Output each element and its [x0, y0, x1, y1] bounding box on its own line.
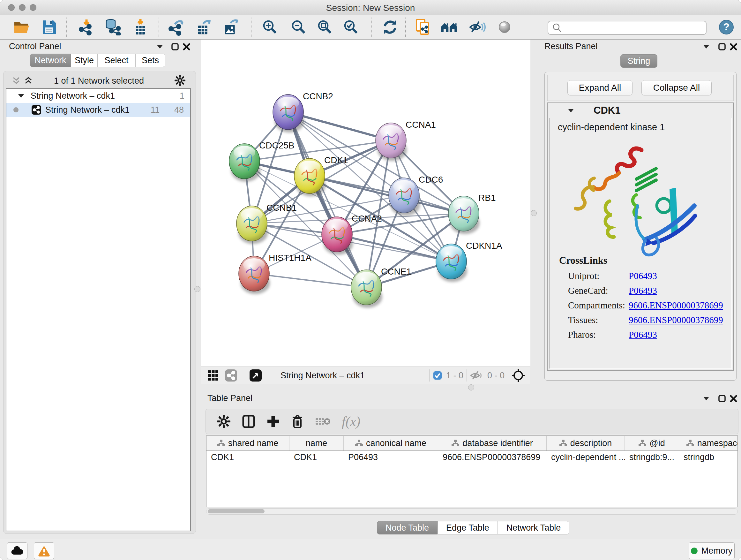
table-panel-maximize-icon[interactable]: [718, 395, 726, 402]
hidden-toggle[interactable]: [470, 370, 483, 381]
table-horizontal-scrollbar[interactable]: [206, 508, 738, 515]
column-header-canonical-name[interactable]: canonical name: [344, 436, 438, 450]
crosslink-value-link[interactable]: 9606.ENSP00000378699: [629, 315, 723, 325]
right-splitter-handle[interactable]: [531, 210, 537, 216]
table-cell[interactable]: stringdb: [679, 451, 738, 463]
column-header-namespace[interactable]: namespace: [679, 436, 738, 450]
column-header-shared-name[interactable]: shared name: [206, 436, 289, 450]
crosslink-row: Uniprot:P06493: [549, 271, 731, 286]
results-panel-float-icon[interactable]: [703, 44, 710, 49]
network-graph[interactable]: CCNB2CCNA1CDC25BCDK1CDC6RB1CCNB1CCNA2CDK…: [201, 40, 530, 367]
column-header-name[interactable]: name: [289, 436, 344, 450]
expand-all-button[interactable]: Expand All: [567, 80, 632, 96]
export-network-button[interactable]: [169, 19, 186, 36]
network-collection-row[interactable]: String Network – cdk1 1: [6, 89, 190, 103]
new-network-from-selection-button[interactable]: [414, 19, 432, 36]
detach-view-button[interactable]: [249, 369, 262, 382]
tab-style[interactable]: Style: [71, 54, 98, 67]
scrollbar-thumb[interactable]: [208, 509, 265, 513]
columns-icon: [242, 415, 256, 428]
warnings-button[interactable]: [34, 543, 54, 559]
eye-slash-icon: [469, 20, 486, 35]
import-network-file-button[interactable]: [77, 19, 95, 36]
table-cell[interactable]: P06493: [344, 451, 438, 463]
refresh-button[interactable]: [381, 19, 399, 36]
left-splitter-handle[interactable]: [194, 286, 200, 292]
graphics-details-button[interactable]: [495, 19, 514, 36]
export-table-button[interactable]: [196, 19, 213, 36]
zoom-in-button[interactable]: [261, 19, 279, 36]
node-table-header: shared namenamecanonical namedatabase id…: [206, 436, 738, 451]
column-header-description[interactable]: description: [547, 436, 625, 450]
table-cell[interactable]: stringdb:9...: [625, 451, 679, 463]
zoom-selected-button[interactable]: [342, 19, 360, 36]
network-canvas[interactable]: CCNB2CCNA1CDC25BCDK1CDC6RB1CCNB1CCNA2CDK…: [201, 40, 530, 367]
help-button[interactable]: ?: [718, 19, 735, 36]
results-tab-string[interactable]: String: [620, 54, 657, 68]
table-panel-close-icon[interactable]: [730, 395, 738, 402]
table-cell[interactable]: CDK1: [206, 451, 289, 463]
hidden-counts: 0 - 0: [487, 371, 504, 381]
zoom-out-icon: [291, 19, 307, 35]
crosslink-value-link[interactable]: 9606.ENSP00000378699: [629, 300, 723, 311]
crosslink-value-link[interactable]: P06493: [629, 329, 657, 340]
open-file-button[interactable]: [13, 19, 30, 36]
import-table-button[interactable]: [131, 19, 149, 36]
tab-node-table[interactable]: Node Table: [377, 521, 437, 535]
table-cell[interactable]: cyclin-dependent ...: [547, 451, 625, 463]
open-folder-icon: [13, 20, 30, 35]
tab-select[interactable]: Select: [98, 54, 135, 67]
zoom-out-button[interactable]: [290, 19, 308, 36]
save-session-button[interactable]: [40, 19, 58, 36]
network-view-toggle-button[interactable]: [225, 369, 238, 382]
crosslink-row: GeneCard:P06493: [549, 286, 731, 300]
table-cell[interactable]: CDK1: [289, 451, 344, 463]
collection-expand-icon[interactable]: [18, 94, 24, 98]
table-settings-button[interactable]: [217, 415, 231, 428]
zoom-fit-button[interactable]: [316, 19, 334, 36]
add-column-button[interactable]: [266, 415, 280, 428]
delete-table-button[interactable]: [315, 416, 331, 427]
network-options-gear-icon[interactable]: [174, 75, 186, 86]
column-header-@id[interactable]: @id: [625, 436, 679, 450]
zoom-in-icon: [262, 19, 278, 35]
selected-counts: 1 - 0: [446, 371, 463, 381]
column-header-database-identifier[interactable]: database identifier: [438, 436, 547, 450]
crosslink-value-link[interactable]: P06493: [629, 286, 657, 296]
results-panel-close-icon[interactable]: [730, 43, 738, 51]
control-panel-maximize-icon[interactable]: [171, 43, 179, 51]
tab-edge-table[interactable]: Edge Table: [437, 521, 498, 535]
memory-button[interactable]: Memory: [689, 543, 735, 559]
import-network-database-button[interactable]: [104, 19, 122, 36]
tab-network[interactable]: Network: [30, 54, 71, 67]
fit-content-button[interactable]: [511, 368, 525, 382]
first-neighbors-button[interactable]: [441, 19, 458, 36]
cloud-status-button[interactable]: [7, 543, 27, 559]
grid-view-button[interactable]: [207, 370, 219, 381]
bottom-splitter-handle[interactable]: [468, 384, 474, 390]
results-panel-maximize-icon[interactable]: [718, 43, 726, 51]
collapse-all-button[interactable]: Collapse All: [642, 80, 712, 96]
network-row[interactable]: String Network – cdk1 11 48: [6, 103, 190, 117]
control-panel-float-icon[interactable]: [156, 44, 163, 49]
tab-sets[interactable]: Sets: [135, 54, 165, 67]
export-image-button[interactable]: [222, 19, 240, 36]
table-row[interactable]: CDK1CDK1P064939606.ENSP00000378699cyclin…: [206, 451, 738, 463]
protein-collapse-icon[interactable]: [567, 108, 575, 113]
search-input[interactable]: [548, 21, 706, 35]
table-cell[interactable]: 9606.ENSP00000378699: [438, 451, 547, 463]
table-panel-float-icon[interactable]: [703, 396, 710, 401]
string-results-header: Expand All Collapse All: [547, 75, 734, 101]
function-builder-button[interactable]: f(x): [342, 414, 360, 429]
show-columns-button[interactable]: [242, 415, 256, 428]
crosslinks-title: CrossLinks: [559, 255, 607, 266]
delete-column-button[interactable]: [291, 414, 304, 429]
selected-checkbox[interactable]: [433, 371, 442, 380]
network-list: String Network – cdk1 1 String Network –…: [6, 88, 191, 531]
hide-selection-button[interactable]: [468, 19, 486, 36]
crosslink-value-link[interactable]: P06493: [629, 271, 657, 281]
control-panel-close-icon[interactable]: [183, 43, 191, 51]
node-table: shared namenamecanonical namedatabase id…: [206, 435, 738, 507]
crosslink-row: Compartments:9606.ENSP00000378699: [549, 300, 731, 315]
tab-network-table[interactable]: Network Table: [498, 521, 569, 535]
